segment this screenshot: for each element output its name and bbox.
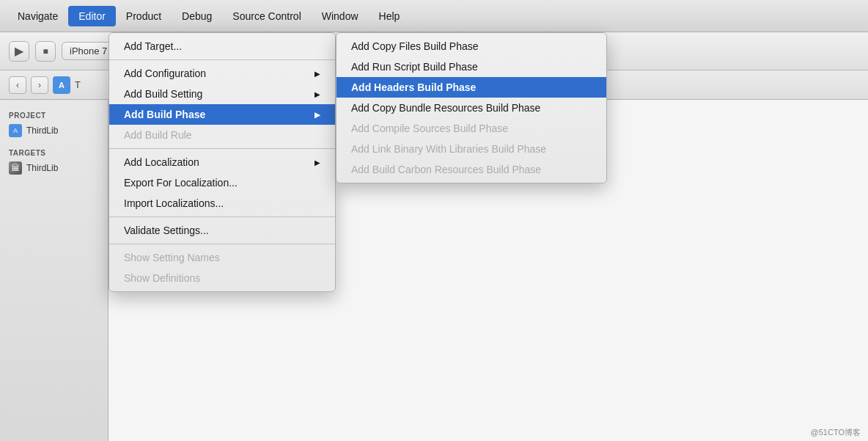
menu-item-show-definitions: Show Definitions xyxy=(109,268,335,288)
watermark: @51CTO博客 xyxy=(811,427,861,438)
project-name: ThirdLib xyxy=(26,125,58,136)
project-icon: A xyxy=(53,76,70,94)
compile-sources-phase-label: Add Compile Sources Build Phase xyxy=(351,123,508,134)
link-binary-phase-label: Add Link Binary With Libraries Build Pha… xyxy=(351,143,546,155)
export-localization-label: Export For Localization... xyxy=(124,177,238,189)
validate-settings-label: Validate Settings... xyxy=(124,225,209,236)
sidebar-item-thirdlib-target[interactable]: 🏛 ThirdLib xyxy=(6,158,102,178)
run-button[interactable]: ▶ xyxy=(9,41,29,62)
target-name: ThirdLib xyxy=(26,163,58,173)
add-build-phase-submenu: Add Copy Files Build Phase Add Run Scrip… xyxy=(336,32,607,183)
forward-button[interactable]: › xyxy=(31,76,48,94)
submenu-item-copy-bundle[interactable]: Add Copy Bundle Resources Build Phase xyxy=(336,98,606,118)
menu-sep-2 xyxy=(109,148,335,149)
add-target-label: Add Target... xyxy=(124,40,182,52)
menu-item-add-build-setting[interactable]: Add Build Setting ▶ xyxy=(109,84,335,104)
menu-item-export-localization[interactable]: Export For Localization... xyxy=(109,172,335,193)
menubar: Navigate Editor Product Debug Source Con… xyxy=(0,0,868,32)
submenu-item-build-carbon: Add Build Carbon Resources Build Phase xyxy=(336,159,606,180)
sidebar-item-thirdlib-project[interactable]: A ThirdLib xyxy=(6,121,102,140)
copy-files-phase-label: Add Copy Files Build Phase xyxy=(351,40,479,52)
menu-item-add-configuration[interactable]: Add Configuration ▶ xyxy=(109,63,335,84)
add-build-setting-label: Add Build Setting xyxy=(124,88,202,100)
menu-item-import-localizations[interactable]: Import Localizations... xyxy=(109,193,335,214)
menu-item-show-setting-names: Show Setting Names xyxy=(109,247,335,268)
submenu-arrow-icon3: ▶ xyxy=(315,111,320,119)
stop-button[interactable]: ■ xyxy=(35,41,56,62)
project-section-label: PROJECT xyxy=(6,109,102,121)
targets-section-label: TARGETS xyxy=(6,146,102,158)
menu-item-add-build-rule: Add Build Rule xyxy=(109,125,335,145)
sidebar-project-section: PROJECT A ThirdLib xyxy=(0,106,108,143)
project-file-icon: A xyxy=(9,124,22,137)
menu-item-add-build-phase[interactable]: Add Build Phase ▶ xyxy=(109,104,335,125)
sidebar-targets-section: TARGETS 🏛 ThirdLib xyxy=(0,143,108,181)
add-headers-phase-label: Add Headers Build Phase xyxy=(351,81,476,93)
back-button[interactable]: ‹ xyxy=(9,76,26,94)
import-localizations-label: Import Localizations... xyxy=(124,197,224,209)
menu-sep-4 xyxy=(109,244,335,244)
menubar-item-product[interactable]: Product xyxy=(116,6,172,26)
copy-bundle-phase-label: Add Copy Bundle Resources Build Phase xyxy=(351,102,540,114)
menubar-item-debug[interactable]: Debug xyxy=(172,6,222,26)
submenu-item-add-headers[interactable]: Add Headers Build Phase xyxy=(336,77,606,98)
menubar-item-help[interactable]: Help xyxy=(369,6,411,26)
menu-sep-1 xyxy=(109,59,335,60)
menubar-item-editor[interactable]: Editor xyxy=(68,6,116,26)
submenu-arrow-icon2: ▶ xyxy=(315,90,320,98)
target-icon: 🏛 xyxy=(9,161,22,175)
submenu-item-run-script[interactable]: Add Run Script Build Phase xyxy=(336,57,606,77)
menu-item-validate-settings[interactable]: Validate Settings... xyxy=(109,220,335,241)
breadcrumb-item: T xyxy=(75,79,81,90)
add-build-phase-label: Add Build Phase xyxy=(124,109,205,120)
submenu-arrow-icon: ▶ xyxy=(315,70,320,78)
submenu-item-compile-sources: Add Compile Sources Build Phase xyxy=(336,118,606,139)
add-build-rule-label: Add Build Rule xyxy=(124,129,192,141)
menubar-item-navigate[interactable]: Navigate xyxy=(7,6,68,26)
sidebar: PROJECT A ThirdLib TARGETS 🏛 ThirdLib xyxy=(0,100,108,441)
submenu-arrow-icon4: ▶ xyxy=(315,158,320,167)
menu-sep-3 xyxy=(109,216,335,217)
menubar-item-source-control[interactable]: Source Control xyxy=(222,6,311,26)
editor-dropdown-menu: Add Target... Add Configuration ▶ Add Bu… xyxy=(108,32,336,292)
show-definitions-label: Show Definitions xyxy=(124,272,200,284)
add-localization-label: Add Localization xyxy=(124,156,199,168)
show-setting-names-label: Show Setting Names xyxy=(124,252,220,263)
submenu-item-link-binary: Add Link Binary With Libraries Build Pha… xyxy=(336,139,606,159)
menu-item-add-target[interactable]: Add Target... xyxy=(109,36,335,57)
build-carbon-phase-label: Add Build Carbon Resources Build Phase xyxy=(351,164,541,175)
add-configuration-label: Add Configuration xyxy=(124,68,206,79)
menubar-item-window[interactable]: Window xyxy=(312,6,369,26)
submenu-item-copy-files[interactable]: Add Copy Files Build Phase xyxy=(336,36,606,57)
run-script-phase-label: Add Run Script Build Phase xyxy=(351,61,478,73)
menu-item-add-localization[interactable]: Add Localization ▶ xyxy=(109,152,335,172)
